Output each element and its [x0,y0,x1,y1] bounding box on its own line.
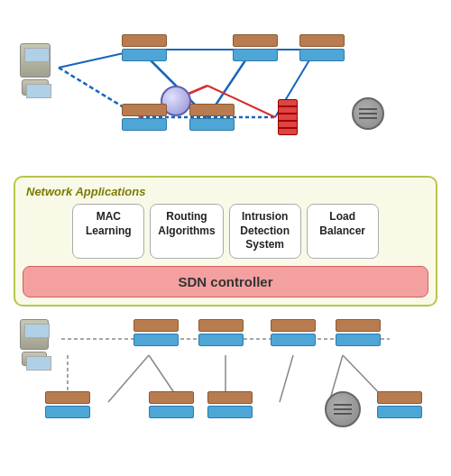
switch-b7 [207,391,253,418]
router-right [352,97,384,130]
switch-b5 [45,391,90,418]
router-bottom [325,391,361,427]
switch-b3 [271,319,316,346]
app-load-balancer: LoadBalancer [307,204,379,259]
switch-b1 [133,319,179,346]
switch-b4 [336,319,381,346]
switch-4 [122,104,167,131]
app-routing-algorithms: RoutingAlgorithms [150,204,223,259]
network-applications-section: Network Applications MACLearning Routing… [14,176,437,307]
switch-3 [299,34,345,61]
app-ids: IntrusionDetectionSystem [229,204,301,259]
app-mac-learning: MACLearning [72,204,144,259]
server-bottom-left [20,319,49,366]
switch-b6 [149,391,194,418]
top-network-diagram [0,0,451,176]
firewall [278,99,298,135]
switch-b8 [377,391,422,418]
apps-row: MACLearning RoutingAlgorithms IntrusionD… [23,204,428,259]
sdn-controller-bar: SDN controller [23,266,428,298]
switch-2 [233,34,278,61]
switch-b2 [198,319,244,346]
network-apps-label: Network Applications [23,185,428,198]
bottom-network-diagram [0,312,451,465]
server-device-topleft [20,43,51,96]
svg-line-16 [108,355,149,402]
switch-1 [122,34,167,61]
switch-5 [189,104,235,131]
svg-line-19 [280,355,293,402]
